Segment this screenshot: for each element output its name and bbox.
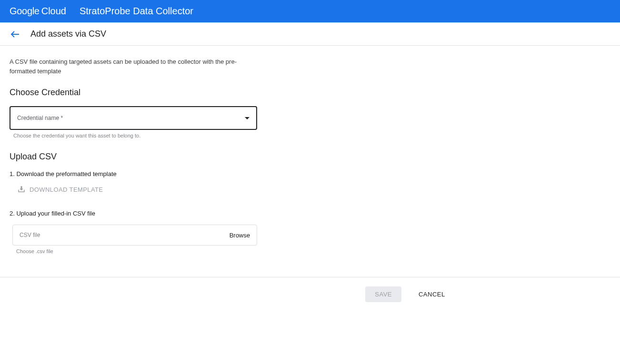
csv-helper-text: Choose .csv file (16, 248, 257, 254)
csv-field-wrap: CSV file Browse Choose .csv file (12, 225, 257, 254)
main-content: A CSV file containing targeted assets ca… (0, 46, 267, 254)
step-2-text: 2. Upload your filled-in CSV file (10, 210, 257, 217)
gcp-logo[interactable]: Google Cloud (10, 6, 66, 17)
credential-select-label: Credential name * (17, 115, 63, 121)
footer-inner: SAVE CANCEL (175, 286, 445, 302)
credential-select-wrap: Credential name * Choose the credential … (10, 106, 257, 138)
csv-placeholder: CSV file (20, 232, 40, 238)
sub-header: Add assets via CSV (0, 23, 620, 46)
download-icon (17, 185, 26, 194)
save-button[interactable]: SAVE (365, 286, 401, 302)
credential-select[interactable]: Credential name * (10, 106, 257, 130)
page-title: Add assets via CSV (30, 29, 106, 39)
csv-file-input[interactable]: CSV file Browse (12, 225, 257, 246)
cancel-button[interactable]: CANCEL (419, 291, 445, 298)
step-1-text: 1. Download the preformatted template (10, 170, 257, 177)
logo-cloud-text: Cloud (41, 6, 66, 17)
caret-down-icon (245, 117, 250, 119)
top-header: Google Cloud StratoProbe Data Collector (0, 0, 620, 23)
upload-section: Upload CSV 1. Download the preformatted … (10, 152, 257, 254)
browse-button[interactable]: Browse (230, 232, 250, 239)
download-template-label: DOWNLOAD TEMPLATE (30, 186, 103, 193)
intro-text: A CSV file containing targeted assets ca… (10, 57, 248, 76)
upload-csv-heading: Upload CSV (10, 152, 257, 162)
app-title: StratoProbe Data Collector (80, 6, 193, 17)
choose-credential-heading: Choose Credential (10, 88, 257, 98)
download-template-button[interactable]: DOWNLOAD TEMPLATE (17, 185, 103, 194)
credential-helper-text: Choose the credential you want this asse… (13, 133, 257, 138)
logo-google-text: Google (10, 6, 40, 17)
back-arrow-icon[interactable] (10, 29, 21, 40)
footer-bar: SAVE CANCEL (0, 277, 620, 311)
